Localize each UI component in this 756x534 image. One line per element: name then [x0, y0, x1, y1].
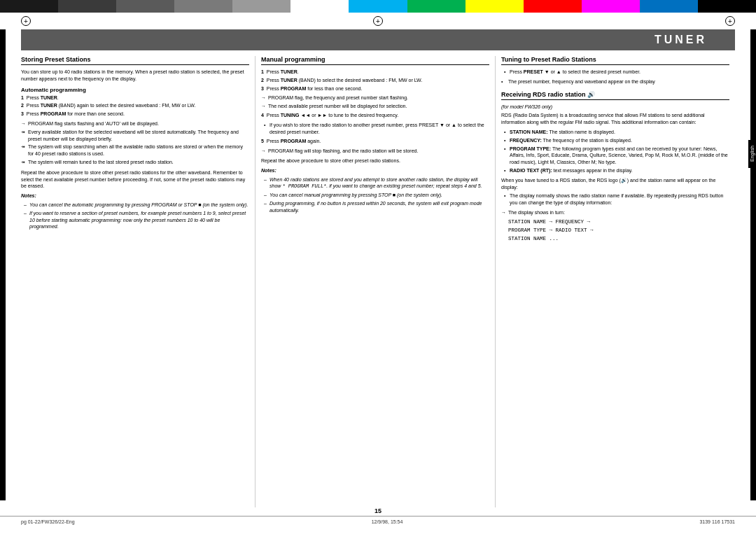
rds-items: STATION NAME: The station name is displa… — [504, 129, 729, 174]
language-tab: English — [748, 140, 756, 168]
color-block-yellow — [465, 0, 524, 13]
tuning-steps: Press PRESET ▼ or ▲ to select the desire… — [504, 69, 729, 76]
auto-prog-steps: 1 Press TUNER. 2 Press TUNER (BAND) agai… — [21, 94, 249, 118]
auto-arrow-3: The system will stop searching when all … — [21, 143, 249, 157]
footer: pg 01-22/FW326/22-Eng 12/9/98, 15:54 313… — [0, 516, 756, 527]
rds-icon: 🔊 — [587, 91, 595, 98]
color-block-1 — [0, 0, 58, 13]
manual-step-4-list: 4 Press TUNING ◄◄ or ►► to tune to the d… — [261, 112, 489, 119]
storing-intro: You can store up to 40 radio stations in… — [21, 69, 249, 83]
manual-note-2: You can cancel manual programming by pre… — [264, 192, 489, 199]
manual-notes-label: Notes: — [261, 167, 489, 174]
color-block-black — [698, 0, 756, 13]
manual-step-5-list: 5 Press PROGRAM again. — [261, 138, 489, 145]
reg-marks-row — [0, 13, 756, 29]
rds-title: Receiving RDS radio station 🔊 — [501, 91, 729, 100]
manual-step-2: 2 Press TUNER (BAND) to select the desir… — [261, 77, 489, 84]
column-manual-prog: Manual programming 1 Press TUNER. 2 Pres… — [255, 56, 496, 507]
footer-left: pg 01-22/FW326/22-Eng — [21, 519, 75, 524]
storing-title: Storing Preset Stations — [21, 56, 249, 65]
footer-right: 3139 116 17531 — [699, 519, 735, 524]
rds-station-name: STATION NAME: The station name is displa… — [504, 129, 729, 136]
rds-station-display: STATION NAME → FREQUENCY → PROGRAM TYPE … — [508, 218, 729, 243]
right-border-bar — [750, 29, 756, 500]
manual-step-3: 3 Press PROGRAM for less than one second… — [261, 85, 489, 92]
auto-arrow-2: Every available station for the selected… — [21, 129, 249, 143]
manual-bullets: If you wish to store the radio station t… — [264, 122, 489, 136]
manual-step-1: 1 Press TUNER. — [261, 69, 489, 76]
manual-repeat: Repeat the above procedure to store othe… — [261, 157, 489, 164]
page-title: TUNER — [654, 34, 707, 46]
step-1: 1 Press TUNER. — [21, 94, 249, 101]
auto-arrow-1: PROGRAM flag starts flashing and 'AUTO' … — [21, 120, 249, 127]
note-2: If you want to reserve a section of pres… — [24, 210, 249, 230]
color-block-red — [524, 0, 582, 13]
rds-display-note: The display normally shows the radio sta… — [504, 192, 729, 206]
color-block-magenta — [582, 0, 640, 13]
rds-frequency: FREQUENCY: The frequency of the station … — [504, 137, 729, 144]
storing-repeat: Repeat the above procedure to store othe… — [21, 169, 249, 190]
tuning-step-1: Press PRESET ▼ or ▲ to select the desire… — [504, 69, 729, 76]
reg-mark-right — [725, 16, 735, 26]
color-block-4 — [174, 0, 232, 13]
color-block-gap — [290, 0, 349, 13]
column-storing-preset: Storing Preset Stations You can store up… — [21, 56, 255, 507]
step-2: 2 Press TUNER (BAND) again to select the… — [21, 102, 249, 109]
reg-mark-left — [21, 16, 31, 26]
rds-when: When you have tuned to a RDS station, th… — [501, 177, 729, 191]
rds-subtitle: (for model FW326 only) — [501, 104, 729, 111]
manual-notes-list: When 40 radio stations are stored and yo… — [264, 176, 489, 214]
color-block-cyan — [349, 0, 407, 13]
manual-arrow-5: PROGRAM flag will stop flashing, and the… — [261, 148, 489, 155]
manual-steps: 1 Press TUNER. 2 Press TUNER (BAND) to s… — [261, 69, 489, 92]
tuning-title: Tuning to Preset Radio Stations — [501, 56, 729, 65]
rds-title-text: Receiving RDS radio station — [501, 91, 586, 98]
storing-notes: Notes: You can cancel the automatic prog… — [21, 192, 249, 230]
footer-date: 12/9/98, 15:54 — [372, 519, 403, 524]
manual-step-4: 4 Press TUNING ◄◄ or ►► to tune to the d… — [261, 112, 489, 119]
color-block-green — [407, 0, 465, 13]
color-block-blue — [640, 0, 698, 13]
left-border-bar — [0, 29, 6, 500]
step-3: 3 Press PROGRAM for more than one second… — [21, 111, 249, 118]
column-tuning-rds: Tuning to Preset Radio Stations Press PR… — [496, 56, 735, 507]
manual-notes: Notes: When 40 radio stations are stored… — [261, 167, 489, 214]
auto-prog-title: Automatic programming — [21, 87, 249, 93]
manual-note-1: When 40 radio stations are stored and yo… — [264, 176, 489, 191]
rds-display-note-list: The display normally shows the radio sta… — [504, 192, 729, 206]
manual-arrow-3b: The next available preset number will be… — [261, 103, 489, 110]
header: TUNER — [21, 29, 735, 50]
manual-note-3: During programming, if no button is pres… — [264, 200, 489, 214]
main-content: Storing Preset Stations You can store up… — [0, 50, 756, 513]
note-1: You can cancel the automatic programming… — [24, 202, 249, 209]
color-block-2 — [58, 0, 116, 13]
rds-program-type: PROGRAM TYPE: The following program type… — [504, 146, 729, 166]
color-block-5 — [232, 0, 290, 13]
rds-intro: RDS (Radio Data System) is a broadcastin… — [501, 112, 729, 126]
manual-prog-title: Manual programming — [261, 56, 489, 65]
notes-list: You can cancel the automatic programming… — [24, 202, 249, 230]
color-bar — [0, 0, 756, 13]
auto-arrow-4: The system will remain tuned to the last… — [21, 159, 249, 166]
manual-step-5: 5 Press PROGRAM again. — [261, 138, 489, 145]
rds-radio-text: RADIO TEXT (RT): text messages appear in… — [504, 167, 729, 174]
color-block-3 — [116, 0, 174, 13]
reg-mark-center — [373, 16, 383, 26]
manual-bullet-4a: If you wish to store the radio station t… — [264, 122, 489, 136]
rds-arrow: The display shows in turn: — [501, 209, 729, 216]
tuning-sub: The preset number, frequency and waveban… — [501, 78, 729, 85]
manual-arrow-3a: PROGRAM flag, the frequency and preset n… — [261, 94, 489, 101]
page-number: 15 — [374, 507, 382, 514]
notes-label: Notes: — [21, 192, 249, 199]
